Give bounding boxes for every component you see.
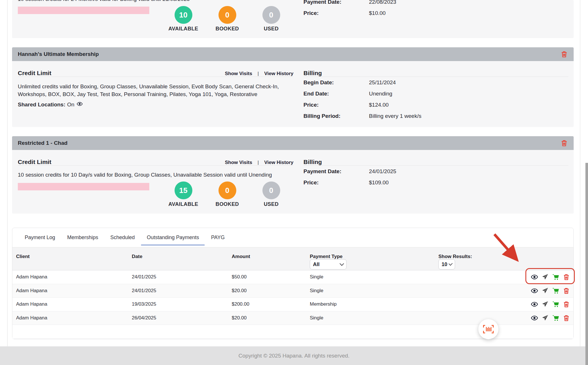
billing-label: Payment Date: — [303, 168, 369, 175]
credit-progress-bar — [18, 183, 149, 190]
delete-payment-icon[interactable] — [563, 301, 570, 308]
column-header-payment-type: Payment Type — [310, 254, 343, 259]
credit-progress-bar — [18, 7, 149, 14]
credit-counters: 10 AVAILABLE 0 BOOKED 0 USED — [161, 6, 293, 32]
view-history-link[interactable]: View History — [264, 160, 293, 165]
delete-payment-icon[interactable] — [563, 287, 570, 294]
cell-payment-type: Single — [310, 274, 323, 280]
tab-scheduled[interactable]: Scheduled — [110, 228, 135, 247]
credit-counters: 15 AVAILABLE 0 BOOKED 0 USED — [161, 181, 293, 207]
cell-client: Adam Hapana — [16, 274, 47, 280]
billing-row: Payment Date: 22/08/2023 — [303, 0, 568, 7]
delete-membership-icon[interactable] — [560, 139, 568, 148]
send-payment-icon[interactable] — [541, 274, 549, 281]
billing-row: Price: $10.00 — [303, 7, 568, 19]
billing-row: Payment Date: 24/01/2025 — [303, 166, 568, 177]
used-counter: 0 USED — [249, 6, 293, 32]
view-payment-icon[interactable] — [531, 287, 538, 294]
link-separator: | — [258, 160, 259, 165]
scrollbar-thumb[interactable] — [585, 163, 588, 365]
membership-card-hannah: Hannah's Ultimate Membership Credit Limi… — [12, 47, 574, 127]
cart-payment-icon[interactable] — [552, 287, 559, 294]
available-counter: 10 AVAILABLE — [161, 6, 205, 32]
billing-row: Billing Period: Billing every 1 week/s — [303, 110, 568, 122]
cell-payment-type: Single — [310, 315, 323, 321]
billing-label: Price: — [303, 179, 369, 186]
membership-title: Hannah's Ultimate Membership — [18, 51, 99, 57]
booked-counter: 0 BOOKED — [205, 6, 249, 32]
view-history-link[interactable]: View History — [264, 71, 293, 76]
delete-membership-icon[interactable] — [560, 50, 568, 59]
booked-label: BOOKED — [216, 201, 239, 207]
table-row: Adam Hapana 24/01/2025 $20.00 Single — [12, 284, 573, 298]
cell-amount: $20.00 — [232, 315, 247, 321]
booked-count: 0 — [218, 6, 236, 24]
card-header: Restricted 1 - Chad — [12, 136, 574, 150]
billing-label: Billing Period: — [303, 113, 369, 119]
show-results-label: Show Results: — [438, 254, 472, 259]
used-label: USED — [264, 26, 279, 32]
delete-payment-icon[interactable] — [563, 274, 570, 281]
billing-value: $109.00 — [369, 179, 389, 186]
link-separator: | — [258, 71, 259, 76]
cell-amount: $20.00 — [232, 288, 247, 294]
tab-outstanding-payments[interactable]: Outstanding Payments — [147, 228, 199, 247]
cell-date: 19/03/2025 — [132, 301, 156, 307]
column-header-date: Date — [132, 254, 142, 259]
cell-date: 24/01/2025 — [132, 288, 156, 294]
table-row: Adam Hapana 19/03/2025 $200.00 Membershi… — [12, 298, 573, 311]
payments-tabs: Payment Log Memberships Scheduled Outsta… — [12, 228, 573, 247]
billing-heading: Billing — [303, 70, 322, 77]
tab-payment-log[interactable]: Payment Log — [25, 228, 55, 247]
send-payment-icon[interactable] — [541, 301, 549, 308]
view-payment-icon[interactable] — [531, 301, 538, 308]
shared-locations-eye-icon[interactable] — [77, 101, 83, 108]
payment-type-select[interactable]: All — [310, 259, 347, 270]
membership-title: Restricted 1 - Chad — [18, 140, 67, 146]
cell-client: Adam Hapana — [16, 301, 47, 307]
billing-row: Price: $124.00 — [303, 99, 568, 110]
used-count: 0 — [262, 6, 280, 24]
billing-value: 22/08/2023 — [369, 0, 396, 5]
billing-label: Begin Date: — [303, 79, 369, 86]
cart-payment-icon[interactable] — [552, 314, 559, 321]
cart-payment-icon[interactable] — [552, 274, 559, 281]
card-header: Hannah's Ultimate Membership — [12, 47, 574, 61]
cart-payment-icon[interactable] — [552, 301, 559, 308]
view-payment-icon[interactable] — [531, 274, 538, 281]
cell-date: 26/04/2025 — [132, 315, 156, 321]
cell-amount: $200.00 — [232, 301, 249, 307]
billing-value: Unending — [369, 91, 392, 97]
membership-card-top: 10 session credits for 24 Month/s valid … — [12, 0, 574, 38]
billing-value: Billing every 1 week/s — [369, 113, 421, 119]
booked-label: BOOKED — [216, 26, 239, 32]
billing-value: $10.00 — [369, 10, 386, 16]
credit-description: 10 session credits for 10 Day/s valid fo… — [18, 171, 302, 179]
shared-locations-label: Shared Locations: — [18, 102, 65, 108]
view-payment-icon[interactable] — [531, 314, 538, 321]
send-payment-icon[interactable] — [541, 314, 549, 321]
used-counter: 0 USED — [249, 181, 293, 207]
credit-description: Unlimited credits valid for Boxing, Grou… — [18, 83, 302, 98]
show-visits-link[interactable]: Show Visits — [225, 71, 252, 76]
column-header-amount: Amount — [232, 254, 250, 259]
cell-payment-type: Single — [310, 288, 323, 294]
credit-limit-heading: Credit Limit — [18, 159, 51, 165]
copyright-text: Copyright © 2025 Hapana. All rights rese… — [239, 353, 350, 359]
billing-label: Price: — [303, 102, 369, 108]
barcode-scanner-button[interactable] — [478, 319, 498, 339]
available-label: AVAILABLE — [169, 201, 198, 207]
section-divider — [18, 165, 293, 166]
show-results-select[interactable]: 10 — [438, 259, 455, 270]
tab-memberships[interactable]: Memberships — [67, 228, 98, 247]
chevron-down-icon — [340, 261, 344, 266]
cell-amount: $50.00 — [232, 274, 247, 280]
billing-value: $124.00 — [369, 102, 389, 108]
tab-payg[interactable]: PAYG — [211, 228, 225, 247]
send-payment-icon[interactable] — [541, 287, 549, 294]
credit-limit-heading: Credit Limit — [18, 70, 51, 77]
delete-payment-icon[interactable] — [563, 314, 570, 321]
table-row: Adam Hapana 24/01/2025 $50.00 Single — [12, 270, 573, 284]
show-results-selected-value: 10 — [442, 261, 447, 268]
show-visits-link[interactable]: Show Visits — [225, 160, 252, 165]
